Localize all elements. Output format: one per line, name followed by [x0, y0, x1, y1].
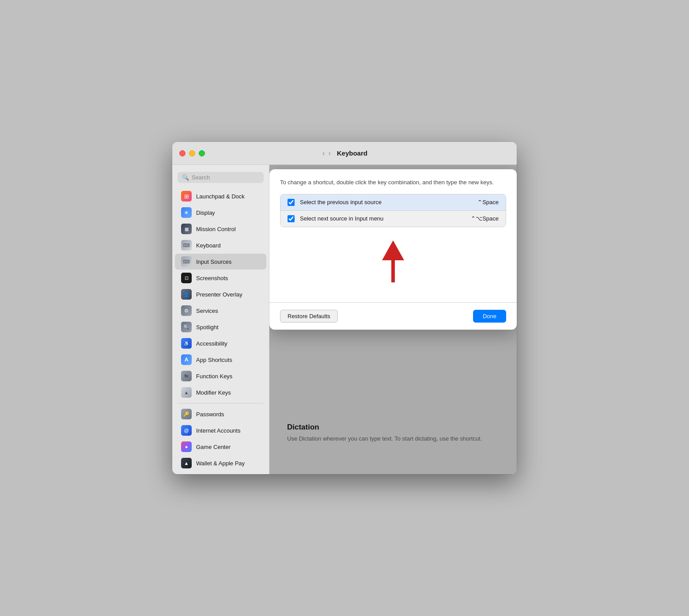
shortcut-label-next: Select next source in Input menu — [300, 215, 466, 222]
shortcut-list: Select the previous input source ⌃Space … — [280, 194, 506, 227]
sidebar-label-modifier: Modifier Keys — [196, 389, 231, 396]
sidebar-label-mission: Mission Control — [196, 226, 236, 232]
svg-marker-1 — [382, 240, 404, 260]
modal-inner: To change a shortcut, double click the k… — [269, 169, 517, 302]
sidebar-label-fnkeys: Function Keys — [196, 373, 232, 380]
maximize-button[interactable] — [199, 150, 205, 156]
screenshots-icon: ⊡ — [181, 273, 192, 283]
sidebar-item-fnkeys[interactable]: fn Function Keys — [175, 368, 266, 384]
sidebar-item-services[interactable]: ⚙ Services — [175, 303, 266, 319]
shortcut-key-prev: ⌃Space — [477, 199, 499, 205]
done-button[interactable]: Done — [473, 310, 506, 323]
wallet-icon: ▲ — [181, 458, 192, 468]
nav-arrows: ‹ › — [322, 149, 332, 157]
title-bar-center: ‹ › Keyboard — [322, 149, 367, 157]
restore-defaults-button[interactable]: Restore Defaults — [280, 310, 338, 323]
sidebar-item-screenshots[interactable]: ⊡ Screenshots — [175, 270, 266, 286]
sidebar-item-appshortcuts[interactable]: A App Shortcuts — [175, 352, 266, 368]
fnkeys-icon: fn — [181, 371, 192, 381]
main-content: Key repeat rate Delay until repeat To ch… — [269, 165, 517, 474]
sidebar-item-wallet[interactable]: ▲ Wallet & Apple Pay — [175, 455, 266, 471]
sidebar-item-internet[interactable]: @ Internet Accounts — [175, 422, 266, 438]
shortcut-label-prev: Select the previous input source — [300, 199, 472, 205]
sidebar-label-input: Input Sources — [196, 259, 231, 265]
display-icon: ☀ — [181, 207, 192, 218]
sidebar-label-screenshots: Screenshots — [196, 275, 228, 281]
sidebar-label-services: Services — [196, 308, 218, 314]
sidebar-label-gamecenter: Game Center — [196, 444, 231, 450]
back-button[interactable]: ‹ — [322, 149, 326, 157]
sidebar: 🔍 Search ⊞ Launchpad & Dock ☀ Display ▦ — [172, 165, 269, 474]
shortcut-checkbox-next[interactable] — [288, 215, 295, 222]
sidebar-item-spotlight[interactable]: 🔍 Spotlight — [175, 319, 266, 335]
search-placeholder: Search — [192, 174, 210, 181]
sidebar-label-keyboard: Keyboard — [196, 242, 221, 249]
shortcut-row-next: Select next source in Input menu ⌃⌥Space — [280, 211, 506, 227]
sidebar-label-internet: Internet Accounts — [196, 427, 240, 434]
sidebar-label-accessibility: Accessibility — [196, 340, 227, 347]
traffic-lights — [179, 150, 205, 156]
forward-button[interactable]: › — [327, 149, 331, 157]
sidebar-label-wallet: Wallet & Apple Pay — [196, 460, 245, 467]
sidebar-label-launchpad: Launchpad & Dock — [196, 193, 245, 200]
presenter-icon: 👤 — [181, 289, 192, 300]
sidebar-item-keyboard[interactable]: ⌨ Keyboard — [175, 237, 266, 253]
modifier-icon: ▲ — [181, 387, 192, 398]
spotlight-icon: 🔍 — [181, 322, 192, 332]
sidebar-label-presenter: Presenter Overlay — [196, 291, 242, 298]
search-box[interactable]: 🔍 Search — [178, 172, 264, 183]
red-arrow-icon — [382, 240, 404, 285]
sidebar-item-gamecenter[interactable]: ● Game Center — [175, 439, 266, 455]
sidebar-label-passwords: Passwords — [196, 411, 224, 418]
keyboard-icon: ⌨ — [181, 240, 192, 251]
sidebar-item-passwords[interactable]: 🔑 Passwords — [175, 406, 266, 422]
sidebar-item-mission[interactable]: ▦ Mission Control — [175, 221, 266, 237]
content-area: 🔍 Search ⊞ Launchpad & Dock ☀ Display ▦ — [172, 165, 517, 474]
close-button[interactable] — [179, 150, 186, 156]
minimize-button[interactable] — [189, 150, 195, 156]
gamecenter-icon: ● — [181, 441, 192, 452]
passwords-icon: 🔑 — [181, 409, 192, 419]
sidebar-label-spotlight: Spotlight — [196, 324, 219, 331]
modal-hint: To change a shortcut, double click the k… — [280, 178, 506, 187]
arrow-container — [280, 227, 506, 293]
window-title: Keyboard — [337, 149, 367, 157]
settings-window: ‹ › Keyboard 🔍 Search ⊞ Launchpad & Dock… — [172, 142, 517, 474]
sidebar-item-modifier[interactable]: ▲ Modifier Keys — [175, 384, 266, 400]
shortcut-checkbox-prev[interactable] — [288, 199, 295, 206]
search-icon: 🔍 — [182, 174, 189, 181]
title-bar: ‹ › Keyboard — [172, 142, 517, 165]
sidebar-item-display[interactable]: ☀ Display — [175, 205, 266, 221]
shortcut-row-prev: Select the previous input source ⌃Space — [280, 194, 506, 211]
shortcut-key-next: ⌃⌥Space — [471, 215, 499, 222]
shortcut-modal: To change a shortcut, double click the k… — [269, 169, 517, 330]
sidebar-item-launchpad[interactable]: ⊞ Launchpad & Dock — [175, 188, 266, 204]
appshortcuts-icon: A — [181, 354, 192, 365]
sidebar-item-presenter[interactable]: 👤 Presenter Overlay — [175, 286, 266, 302]
accessibility-icon: ♿ — [181, 338, 192, 349]
modal-footer: Restore Defaults Done — [269, 302, 517, 330]
sidebar-item-input[interactable]: ⌨ Input Sources — [175, 254, 266, 270]
internet-icon: @ — [181, 425, 192, 436]
input-icon: ⌨ — [181, 256, 192, 267]
sidebar-label-appshortcuts: App Shortcuts — [196, 357, 232, 363]
launchpad-icon: ⊞ — [181, 191, 192, 202]
sidebar-item-accessibility[interactable]: ♿ Accessibility — [175, 335, 266, 351]
modal-overlay: To change a shortcut, double click the k… — [269, 165, 517, 474]
sidebar-label-display: Display — [196, 209, 215, 216]
services-icon: ⚙ — [181, 305, 192, 316]
mission-icon: ▦ — [181, 224, 192, 234]
